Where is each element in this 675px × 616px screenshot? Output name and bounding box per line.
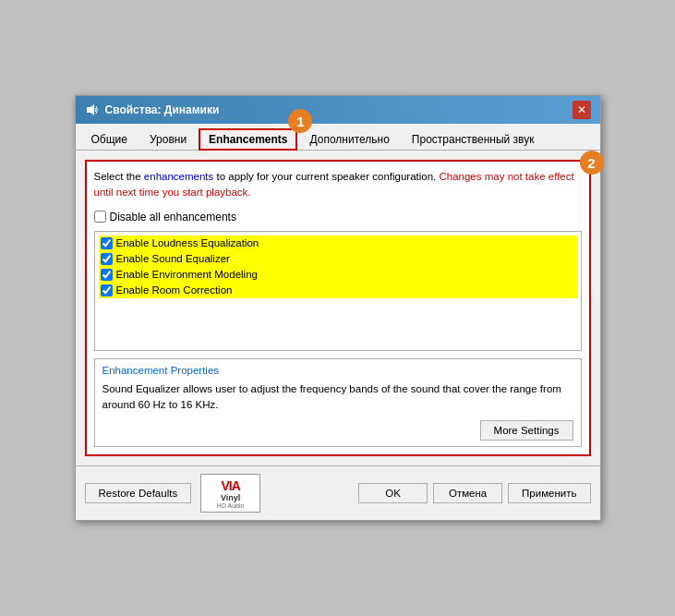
desc-part2: enhancements xyxy=(144,171,213,182)
room-label: Enable Room Correction xyxy=(116,284,233,296)
footer-left: Restore Defaults VIA Vinyl HD Audio xyxy=(85,474,261,513)
logo-brand: Vinyl xyxy=(221,493,240,502)
main-panel-wrapper: Select the enhancements to apply for you… xyxy=(85,160,591,456)
tab-spatial[interactable]: Пространственный звук xyxy=(402,128,545,151)
logo-top: VIA xyxy=(221,478,239,493)
tabs-bar: Общие Уровни Enhancements 1 Дополнительн… xyxy=(76,124,600,151)
checkbox-equalizer: Enable Sound Equalizer xyxy=(99,251,577,267)
tab-general[interactable]: Общие xyxy=(81,128,138,151)
main-panel: Select the enhancements to apply for you… xyxy=(85,160,591,456)
window-title: Свойства: Динамики xyxy=(105,103,220,116)
tab-advanced[interactable]: Дополнительно xyxy=(299,128,399,151)
title-bar: Свойства: Динамики ✕ xyxy=(76,96,600,124)
checkbox-room: Enable Room Correction xyxy=(99,283,577,298)
footer-right: OK Отмена Применить xyxy=(358,483,590,503)
svg-marker-1 xyxy=(90,104,94,115)
checkbox-environment: Enable Environment Modeling xyxy=(99,267,577,283)
logo-sub: HD Audio xyxy=(217,502,245,509)
environment-checkbox[interactable] xyxy=(101,269,113,281)
equalizer-checkbox[interactable] xyxy=(101,253,113,265)
checkbox-list: Enable Loudness Equalization Enable Soun… xyxy=(94,231,582,351)
restore-defaults-button[interactable]: Restore Defaults xyxy=(85,483,192,503)
svg-rect-0 xyxy=(87,107,90,113)
desc-part1: Select the xyxy=(94,171,144,182)
loudness-checkbox[interactable] xyxy=(101,237,113,249)
desc-part3: to apply for your current speaker config… xyxy=(213,171,439,182)
disable-all-checkbox[interactable] xyxy=(94,211,106,223)
environment-label: Enable Environment Modeling xyxy=(116,269,258,280)
description-text: Select the enhancements to apply for you… xyxy=(94,169,582,201)
footer-bar: Restore Defaults VIA Vinyl HD Audio OK О… xyxy=(76,465,600,520)
desc-part5: start playback. xyxy=(182,187,250,198)
disable-all-label: Disable all enhancements xyxy=(110,211,236,223)
main-window: Свойства: Динамики ✕ Общие Уровни Enhanc… xyxy=(75,95,601,521)
tab-enhancements-wrapper: Enhancements 1 xyxy=(199,127,297,150)
loudness-label: Enable Loudness Equalization xyxy=(116,237,259,248)
room-checkbox[interactable] xyxy=(101,284,113,296)
tab-levels[interactable]: Уровни xyxy=(139,128,197,151)
tab-enhancements[interactable]: Enhancements xyxy=(199,128,297,151)
badge-2: 2 xyxy=(580,151,604,175)
tab-content: Select the enhancements to apply for you… xyxy=(76,151,600,465)
ok-button[interactable]: OK xyxy=(358,483,428,503)
disable-all-row: Disable all enhancements xyxy=(94,211,582,223)
close-button[interactable]: ✕ xyxy=(573,101,591,119)
more-settings-button[interactable]: More Settings xyxy=(480,420,573,441)
more-settings-container: More Settings xyxy=(102,420,573,441)
properties-desc: Sound Equalizer allows user to adjust th… xyxy=(102,381,573,414)
checkbox-loudness: Enable Loudness Equalization xyxy=(99,236,577,251)
speaker-icon xyxy=(85,103,100,117)
apply-button[interactable]: Применить xyxy=(508,483,590,503)
logo-box: VIA Vinyl HD Audio xyxy=(200,474,260,513)
equalizer-label: Enable Sound Equalizer xyxy=(116,253,230,264)
properties-title: Enhancement Properties xyxy=(102,365,573,376)
cancel-button[interactable]: Отмена xyxy=(433,483,502,503)
title-bar-left: Свойства: Динамики xyxy=(85,103,220,117)
properties-section: Enhancement Properties Sound Equalizer a… xyxy=(94,358,582,448)
